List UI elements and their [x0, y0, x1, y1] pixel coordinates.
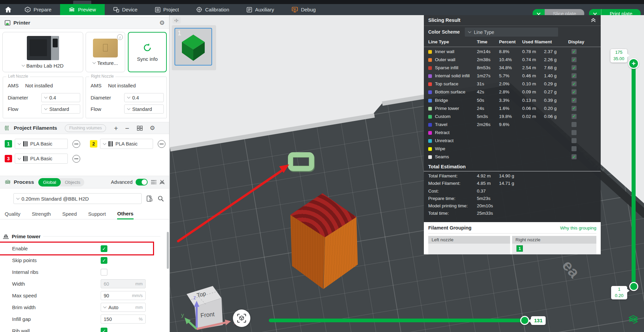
setting-row-skip-points: Skip points✓	[0, 254, 153, 266]
line-type-used-g: 7.68 g	[544, 65, 557, 70]
filament-settings-gear-icon[interactable]: ⚙	[150, 125, 155, 131]
right-flow-select[interactable]: Standard	[124, 105, 164, 114]
display-checkbox[interactable]: ✓	[572, 65, 577, 70]
checkbox-internal-ribs[interactable]	[101, 269, 107, 276]
save-preset-icon[interactable]	[146, 196, 152, 202]
display-checkbox[interactable]: ✓	[572, 98, 577, 103]
checkbox-skip-points[interactable]: ✓	[101, 257, 107, 264]
line-type-row-bottom-surface: Bottom surface42s2.8%0.09 m0.27 g✓	[424, 88, 601, 96]
process-tab-others[interactable]: Others	[117, 211, 133, 219]
line-type-swatch	[428, 66, 432, 70]
collapse-panel-icon[interactable]	[591, 18, 596, 23]
total-row-total-filament: Total Filament:4.92 m14.90 g	[424, 172, 601, 180]
display-checkbox[interactable]: ✓	[572, 81, 577, 86]
ams-mapping-icon[interactable]	[137, 126, 143, 131]
right-diameter-select[interactable]: 0.4	[124, 93, 164, 102]
printer-settings-gear-icon[interactable]: ⚙	[159, 20, 165, 26]
process-preset-select[interactable]: 0.20mm Standard @BBL H2D	[13, 193, 142, 204]
display-checkbox[interactable]: ✓	[572, 73, 577, 78]
display-checkbox[interactable]: ✓	[572, 57, 577, 62]
line-type-percent: 5.7%	[499, 73, 509, 78]
advanced-toggle[interactable]	[136, 179, 148, 185]
display-checkbox[interactable]: ✓	[572, 114, 577, 119]
layer-slider-top-handle[interactable]: +	[628, 58, 639, 69]
process-scope-toggle[interactable]: Global Objects	[38, 178, 84, 186]
sidebar-scrollbar[interactable]	[167, 232, 169, 269]
flow-label: Flow	[8, 106, 18, 112]
sidebar-collapse-button[interactable]: ‹|›	[172, 17, 181, 24]
filament-more-button[interactable]	[158, 140, 165, 148]
left-flow-select[interactable]: Standard	[41, 105, 80, 114]
tab-preview[interactable]: Preview	[60, 4, 104, 15]
sync-info-button[interactable]: Sync info	[128, 32, 167, 72]
process-tab-support[interactable]: Support	[88, 211, 106, 219]
filament-chip-1[interactable]: 1	[5, 140, 12, 148]
color-scheme-select[interactable]: Line Type	[465, 28, 558, 37]
tab-debug[interactable]: Debug	[283, 4, 325, 15]
add-filament-button[interactable]: +	[114, 125, 118, 132]
remove-filament-button[interactable]: −	[125, 125, 129, 132]
display-checkbox[interactable]	[572, 146, 577, 151]
horizontal-move-slider[interactable]	[269, 319, 525, 322]
filament-more-button[interactable]	[72, 155, 80, 163]
prime-tower-object[interactable]	[288, 152, 314, 171]
navigation-cube[interactable]: Top Front z y x	[180, 280, 244, 332]
chevron-down-icon	[593, 11, 597, 15]
plate-thumbnail[interactable]: 1	[175, 28, 212, 66]
display-checkbox[interactable]: ✓	[572, 154, 577, 159]
tab-device[interactable]: Device	[105, 4, 146, 15]
input-value: 150	[104, 317, 112, 322]
process-tab-speed[interactable]: Speed	[62, 211, 77, 219]
left-diameter-select[interactable]: 0.4	[41, 93, 80, 102]
tab-prepare[interactable]: Prepare	[16, 4, 60, 15]
display-checkbox[interactable]	[572, 130, 577, 135]
info-icon[interactable]: i	[117, 34, 123, 40]
display-checkbox[interactable]	[572, 122, 577, 127]
fit-view-button[interactable]	[233, 309, 250, 327]
why-this-grouping-link[interactable]: Why this grouping	[560, 225, 596, 231]
line-type-percent: 2.8%	[499, 89, 509, 94]
input-max-speed[interactable]: 90mm/s	[101, 291, 146, 300]
line-type-used-g: 0.06 g	[544, 114, 557, 119]
total-row-total-time: Total time:25m33s	[424, 210, 601, 217]
checkbox-enable[interactable]: ✓	[101, 245, 107, 252]
layers-icon[interactable]	[628, 315, 638, 324]
view-list-icon[interactable]	[151, 180, 156, 184]
filament-chip-2[interactable]: 2	[90, 140, 97, 148]
checkbox-rib-wall[interactable]: ✓	[101, 328, 107, 332]
horizontal-slider-handle[interactable]	[520, 316, 529, 325]
select-brim-width[interactable]: Automm	[101, 303, 146, 312]
layer-slider-bottom-handle[interactable]	[629, 282, 638, 291]
scope-objects[interactable]: Objects	[61, 178, 84, 186]
filament-chip-1[interactable]: 1	[516, 245, 523, 252]
tab-calibration[interactable]: Calibration	[188, 4, 238, 15]
line-type-time: 8m53s	[477, 65, 491, 70]
scope-global[interactable]: Global	[38, 178, 61, 186]
flushing-volumes-button[interactable]: Flushing volumes	[65, 124, 106, 132]
input-infill-gap[interactable]: 150%	[101, 315, 146, 324]
line-type-row-travel: Travel2m26s9.6%	[424, 121, 601, 129]
display-checkbox[interactable]: ✓	[572, 89, 577, 94]
filament-select-3[interactable]: PLA Basic	[15, 154, 68, 164]
process-tab-strength[interactable]: Strength	[32, 211, 51, 219]
filament-more-button[interactable]	[72, 140, 80, 148]
layer-slider-track[interactable]	[632, 63, 636, 287]
search-icon[interactable]	[158, 196, 164, 202]
process-tab-quality[interactable]: Quality	[5, 211, 20, 219]
filament-chip-3[interactable]: 3	[5, 155, 12, 162]
display-checkbox[interactable]: ✓	[572, 49, 577, 54]
tune-icon[interactable]	[159, 180, 165, 185]
filament-select-2[interactable]: PLA Basic	[100, 139, 153, 149]
total-label: Total Filament:	[428, 173, 458, 178]
display-checkbox[interactable]: ✓	[572, 106, 577, 111]
plate-type-card[interactable]: i Texture...	[86, 32, 125, 72]
input-width[interactable]: 60mm	[101, 279, 146, 288]
tab-project[interactable]: Project	[146, 4, 188, 15]
total-value-1: 4.92 m	[477, 173, 491, 178]
printer-section-title: Printer	[13, 20, 30, 26]
printer-model-card[interactable]: Bambu Lab H2D	[2, 32, 83, 72]
filament-select-1[interactable]: PLA Basic	[15, 139, 68, 149]
tab-auxiliary[interactable]: Auxiliary	[238, 4, 283, 15]
home-button[interactable]	[0, 4, 16, 15]
display-checkbox[interactable]	[572, 138, 577, 143]
